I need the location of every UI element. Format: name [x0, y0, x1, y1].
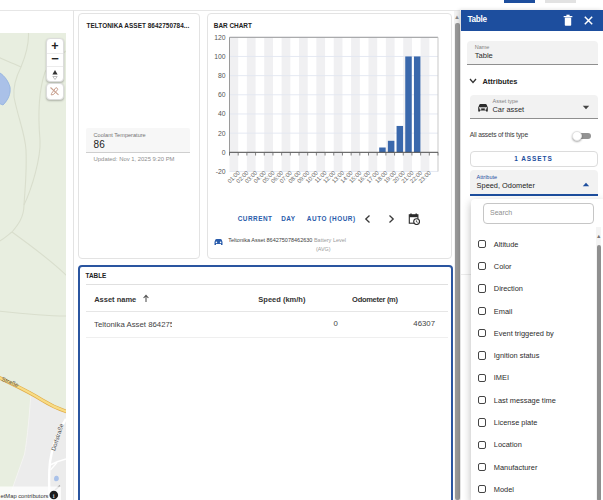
svg-text:0: 0 [222, 149, 226, 156]
svg-text:20: 20 [218, 130, 226, 137]
svg-text:-20: -20 [216, 168, 226, 175]
svg-text:60: 60 [218, 91, 226, 98]
svg-text:120: 120 [214, 34, 226, 41]
svg-text:i: i [53, 492, 55, 500]
svg-text:40: 40 [218, 110, 226, 117]
svg-text:80: 80 [218, 72, 226, 79]
svg-text:etMap contributors: etMap contributors [1, 493, 49, 499]
svg-text:100: 100 [214, 53, 226, 60]
